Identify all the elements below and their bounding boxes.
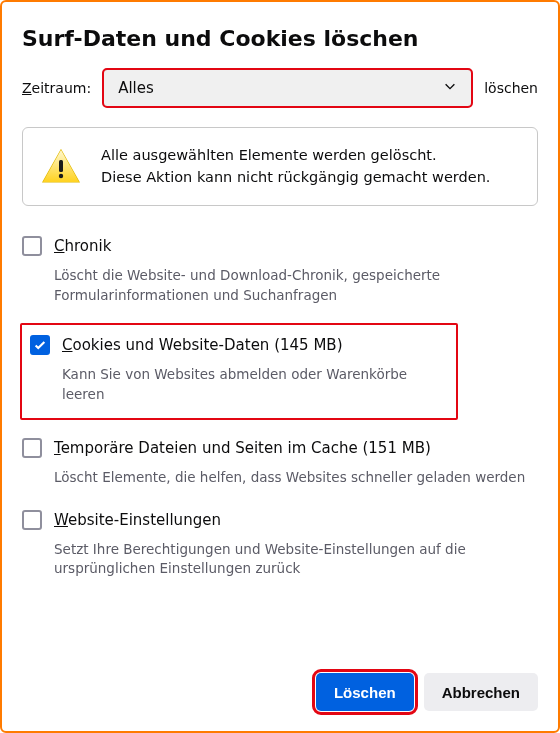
warning-icon (41, 148, 81, 187)
checkbox-history[interactable] (22, 236, 42, 256)
checkbox-cache[interactable] (22, 438, 42, 458)
time-range-select[interactable]: Alles (103, 69, 472, 107)
time-range-label: Zeitraum: (22, 80, 91, 96)
svg-rect-0 (59, 160, 63, 172)
option-history-desc: Löscht die Website- und Download-Chronik… (54, 266, 538, 305)
option-history: Chronik Löscht die Website- und Download… (22, 232, 538, 323)
option-cache-label: Temporäre Dateien und Seiten im Cache (1… (54, 439, 431, 457)
clear-button[interactable]: Löschen (316, 673, 414, 711)
checkbox-site-settings[interactable] (22, 510, 42, 530)
time-range-row: Zeitraum: Alles löschen (22, 69, 538, 107)
option-site-settings-desc: Setzt Ihre Berechtigungen und Website-Ei… (54, 540, 538, 579)
option-cache-desc: Löscht Elemente, die helfen, dass Websit… (54, 468, 538, 488)
warning-line-2: Diese Aktion kann nicht rückgängig gemac… (101, 166, 490, 188)
time-range-select-wrap: Alles (103, 69, 472, 107)
option-cookies-desc: Kann Sie von Websites abmelden oder Ware… (62, 365, 448, 404)
clear-data-dialog: Surf-Daten und Cookies löschen Zeitraum:… (0, 0, 560, 733)
warning-box: Alle ausgewählten Elemente werden gelösc… (22, 127, 538, 206)
cancel-button[interactable]: Abbrechen (424, 673, 538, 711)
svg-point-1 (59, 174, 63, 178)
chevron-down-icon (443, 79, 457, 97)
checkbox-cookies[interactable] (30, 335, 50, 355)
warning-line-1: Alle ausgewählten Elemente werden gelösc… (101, 144, 490, 166)
option-cookies-highlight: Cookies und Website-Daten (145 MB) Kann … (20, 323, 458, 420)
option-site-settings-label: Website-Einstellungen (54, 511, 221, 529)
dialog-title: Surf-Daten und Cookies löschen (22, 26, 538, 51)
option-history-label: Chronik (54, 237, 111, 255)
option-site-settings: Website-Einstellungen Setzt Ihre Berecht… (22, 506, 538, 597)
button-row: Löschen Abbrechen (316, 673, 538, 711)
time-range-value: Alles (118, 79, 154, 97)
option-cookies-label: Cookies und Website-Daten (145 MB) (62, 336, 342, 354)
warning-text: Alle ausgewählten Elemente werden gelösc… (101, 144, 490, 189)
option-cache: Temporäre Dateien und Seiten im Cache (1… (22, 434, 538, 506)
time-range-suffix: löschen (484, 80, 538, 96)
